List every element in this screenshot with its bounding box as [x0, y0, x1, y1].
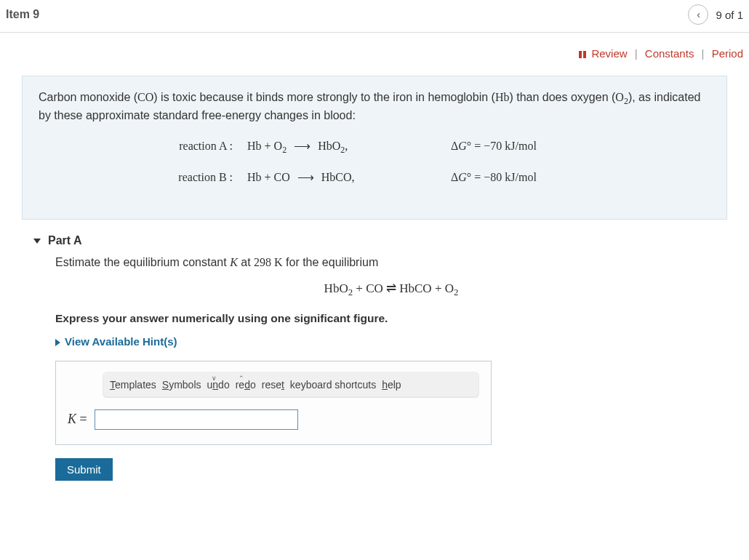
- reaction-b-row: reaction B : Hb + CO⟶HbCO, ΔG° = −80 kJ/…: [39, 169, 710, 185]
- review-link[interactable]: Review: [591, 47, 627, 60]
- rxn-a-dg: ΔG° = −70 kJ/mol: [451, 138, 596, 154]
- answer-instruction: Express your answer numerically using on…: [55, 312, 727, 325]
- symbols-button[interactable]: Symbols: [162, 379, 201, 391]
- view-hints-link[interactable]: View Available Hint(s): [55, 335, 727, 348]
- constants-link[interactable]: Constants: [645, 47, 694, 60]
- undo-button[interactable]: ∨undo: [207, 379, 230, 391]
- svg-rect-1: [583, 51, 586, 58]
- keyboard-shortcuts-button[interactable]: keyboard shortcuts: [290, 379, 376, 391]
- submit-button[interactable]: Submit: [55, 458, 113, 481]
- rxn-b-equation: Hb + CO⟶HbCO,: [247, 169, 436, 185]
- answer-toolbar: Templates Symbols ∨undo ⌃redo reset keyb…: [103, 372, 479, 398]
- page-header: Item 9 ‹ 9 of 1: [0, 0, 749, 33]
- problem-intro: Carbon monoxide (CO) is toxic because it…: [39, 89, 710, 124]
- item-title: Item 9: [6, 8, 39, 21]
- rxn-b-label: reaction B :: [153, 169, 233, 185]
- prev-item-button[interactable]: ‹: [688, 4, 708, 25]
- svg-rect-0: [579, 51, 582, 58]
- item-position: 9 of 1: [716, 9, 743, 21]
- equilibrium-equation: HbO2 + CO ⇌ HbCO + O2: [55, 281, 727, 298]
- rxn-a-equation: Hb + O2⟶HbO2,: [247, 138, 436, 156]
- content-area: Carbon monoxide (CO) is toxic because it…: [0, 68, 749, 495]
- templates-button[interactable]: Templates: [110, 379, 156, 391]
- question-text: Estimate the equilibrium constant K at 2…: [55, 256, 727, 269]
- rxn-a-label: reaction A :: [153, 138, 233, 154]
- problem-statement: Carbon monoxide (CO) is toxic because it…: [22, 76, 727, 220]
- part-a-body: Estimate the equilibrium constant K at 2…: [22, 256, 727, 444]
- answer-box: Templates Symbols ∨undo ⌃redo reset keyb…: [55, 361, 492, 445]
- header-nav: ‹ 9 of 1: [688, 4, 743, 25]
- separator: |: [635, 47, 638, 60]
- reset-button[interactable]: reset: [262, 379, 284, 391]
- periodic-link[interactable]: Period: [712, 47, 743, 60]
- caret-down-icon: [33, 239, 41, 244]
- answer-input[interactable]: [95, 409, 298, 430]
- k-equals-label: K =: [68, 412, 87, 427]
- help-button[interactable]: help: [382, 379, 401, 391]
- reaction-a-row: reaction A : Hb + O2⟶HbO2, ΔG° = −70 kJ/…: [39, 138, 710, 156]
- part-a-title: Part A: [48, 234, 82, 247]
- redo-button[interactable]: ⌃redo: [236, 379, 256, 391]
- separator: |: [702, 47, 705, 60]
- resource-links: Review | Constants | Period: [0, 33, 749, 68]
- caret-right-icon: [55, 339, 60, 346]
- review-icon: [578, 49, 587, 61]
- answer-input-row: K =: [68, 409, 479, 430]
- part-a-header[interactable]: Part A: [22, 220, 727, 256]
- rxn-b-dg: ΔG° = −80 kJ/mol: [451, 169, 596, 185]
